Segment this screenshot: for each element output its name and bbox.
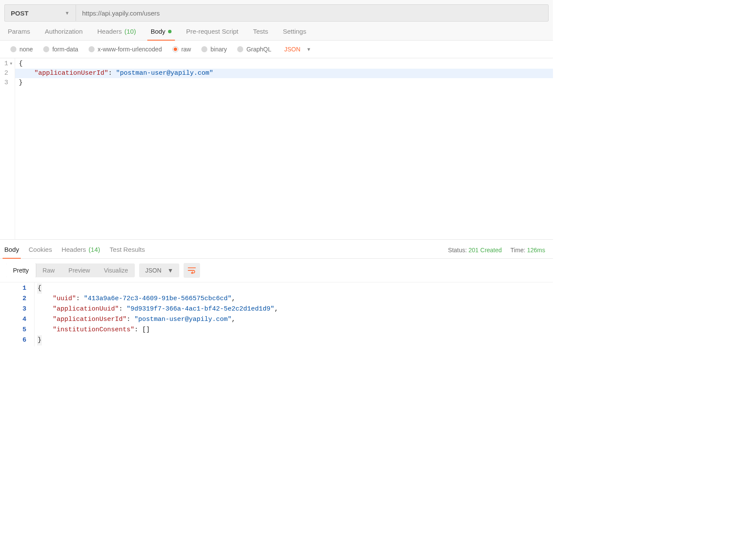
radio-icon <box>10 46 16 52</box>
response-tabs: Body Cookies Headers (14) Test Results <box>4 246 145 258</box>
wrap-lines-icon <box>187 267 196 274</box>
request-body-editor[interactable]: 1▼ 2▼ 3▼ { "applicationUserId": "postman… <box>0 58 553 240</box>
tab-body[interactable]: Body <box>151 28 172 40</box>
code-token: , <box>232 316 235 323</box>
code-token: : <box>119 305 127 313</box>
body-format-value: JSON <box>284 46 300 53</box>
code-token: "postman-user@yapily.com" <box>134 316 232 323</box>
response-tab-cookies[interactable]: Cookies <box>29 246 52 258</box>
chevron-down-icon: ▼ <box>168 267 174 274</box>
line-number: 5 <box>4 325 26 335</box>
radio-icon <box>237 46 243 52</box>
editor-gutter: 1▼ 2▼ 3▼ <box>0 58 15 239</box>
code-token: , <box>232 295 235 302</box>
line-number: 1 <box>4 59 8 69</box>
response-tab-body[interactable]: Body <box>4 246 19 258</box>
response-code[interactable]: { "uuid": "413a9a6e-72c3-4609-91be-56657… <box>35 282 553 346</box>
code-token: "9d9319f7-366a-4ac1-bf42-5e2c2d1ed1d9" <box>127 305 274 313</box>
code-token: "applicationUuid" <box>53 305 119 313</box>
code-token: } <box>37 335 42 346</box>
body-type-urlencoded-label: x-www-form-urlencoded <box>98 46 162 53</box>
code-token: , <box>274 305 278 313</box>
body-type-binary-label: binary <box>210 46 227 53</box>
time-value: 126ms <box>527 247 545 254</box>
tab-authorization[interactable]: Authorization <box>45 28 83 40</box>
response-body-editor[interactable]: 1 2 3 4 5 6 { "uuid": "413a9a6e-72c3-460… <box>0 282 553 346</box>
wrap-lines-button[interactable] <box>184 263 200 278</box>
view-preview[interactable]: Preview <box>62 263 97 277</box>
tab-headers-label: Headers <box>97 28 122 35</box>
response-meta: Status: 201 Created Time: 126ms <box>448 247 545 258</box>
chevron-down-icon: ▼ <box>306 47 311 52</box>
code-token: } <box>19 79 22 86</box>
code-token: "uuid" <box>53 295 76 302</box>
code-token: [] <box>142 326 150 333</box>
view-visualize[interactable]: Visualize <box>97 263 135 277</box>
response-format-value: JSON <box>145 267 161 274</box>
line-number: 6 <box>4 335 26 346</box>
code-token: { <box>37 283 42 294</box>
tab-prerequest-script[interactable]: Pre-request Script <box>186 28 238 40</box>
code-token: "413a9a6e-72c3-4609-91be-566575cbc6cd" <box>84 295 232 302</box>
code-token: { <box>19 60 22 67</box>
response-header: Body Cookies Headers (14) Test Results S… <box>0 240 553 259</box>
body-type-none-label: none <box>19 46 33 53</box>
response-gutter: 1 2 3 4 5 6 <box>0 282 35 346</box>
http-method-value: POST <box>11 10 29 17</box>
line-number: 4 <box>4 314 26 325</box>
http-method-select[interactable]: POST ▼ <box>4 4 76 22</box>
body-type-graphql[interactable]: GraphQL <box>237 46 271 53</box>
line-number: 3 <box>4 78 8 88</box>
code-token: "institutionConsents" <box>53 326 134 333</box>
response-toolbar: Pretty Raw Preview Visualize JSON ▼ <box>0 259 553 282</box>
fold-caret-icon[interactable]: ▼ <box>10 59 12 69</box>
line-number: 2 <box>4 294 26 304</box>
code-token: : <box>76 295 84 302</box>
response-format-select[interactable]: JSON ▼ <box>139 263 179 277</box>
modified-indicator-icon <box>168 30 172 33</box>
body-type-none[interactable]: none <box>10 46 33 53</box>
body-type-form-data-label: form-data <box>52 46 78 53</box>
body-type-form-data[interactable]: form-data <box>43 46 78 53</box>
request-tabs: Params Authorization Headers (10) Body P… <box>0 22 553 41</box>
response-tab-test-results[interactable]: Test Results <box>110 246 145 258</box>
body-format-select[interactable]: JSON ▼ <box>284 46 311 53</box>
response-time: Time: 126ms <box>511 247 545 254</box>
view-raw[interactable]: Raw <box>36 263 62 277</box>
request-url-input[interactable]: https://api.yapily.com/users <box>76 4 549 22</box>
editor-code[interactable]: { "applicationUserId": "postman-user@yap… <box>15 58 553 239</box>
line-number: 3 <box>4 304 26 314</box>
radio-icon <box>89 46 95 52</box>
tab-settings[interactable]: Settings <box>283 28 306 40</box>
code-token: : <box>134 326 142 333</box>
body-type-raw-label: raw <box>181 46 191 53</box>
tab-params[interactable]: Params <box>8 28 30 40</box>
code-token: : <box>108 70 116 77</box>
request-url-value: https://api.yapily.com/users <box>82 10 160 17</box>
radio-icon <box>43 46 49 52</box>
body-type-binary[interactable]: binary <box>201 46 227 53</box>
response-tab-headers[interactable]: Headers (14) <box>61 246 100 258</box>
status-value: 201 Created <box>469 247 502 254</box>
response-tab-headers-label: Headers <box>61 246 86 253</box>
view-pretty[interactable]: Pretty <box>6 263 36 277</box>
response-status: Status: 201 Created <box>448 247 502 254</box>
tab-headers-count: (10) <box>124 28 136 35</box>
code-token: "applicationUserId" <box>53 316 127 323</box>
line-number: 2 <box>4 69 8 78</box>
time-label: Time: <box>511 247 525 254</box>
radio-icon <box>201 46 207 52</box>
code-token: "postman-user@yapily.com" <box>116 70 213 77</box>
response-tab-headers-count: (14) <box>89 246 100 253</box>
response-view-mode: Pretty Raw Preview Visualize <box>6 263 135 277</box>
radio-icon <box>172 46 178 52</box>
line-number: 1 <box>4 283 26 294</box>
tab-tests[interactable]: Tests <box>253 28 268 40</box>
body-type-urlencoded[interactable]: x-www-form-urlencoded <box>89 46 162 53</box>
code-token: "applicationUserId" <box>34 70 108 77</box>
chevron-down-icon: ▼ <box>65 10 70 16</box>
body-type-raw[interactable]: raw <box>172 46 191 53</box>
body-type-graphql-label: GraphQL <box>246 46 271 53</box>
code-token: : <box>127 316 134 323</box>
tab-headers[interactable]: Headers (10) <box>97 28 136 40</box>
